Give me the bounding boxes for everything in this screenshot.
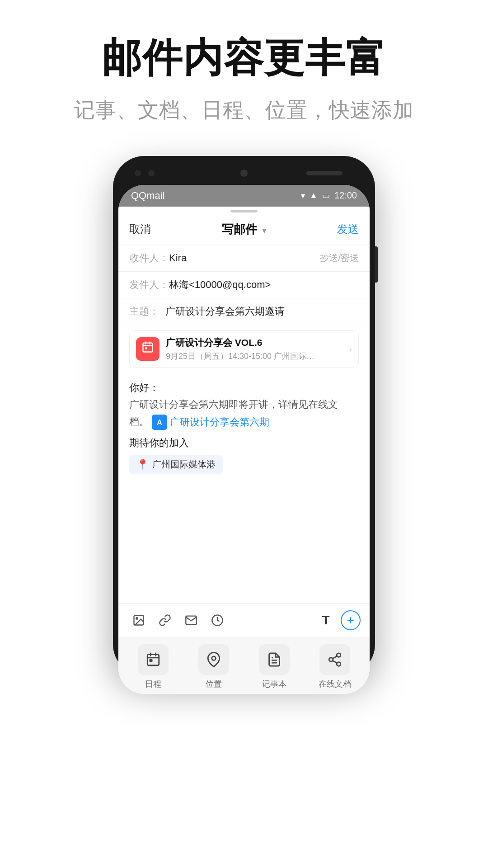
phone-camera (240, 170, 248, 177)
quick-notebook-icon (259, 644, 290, 675)
svg-rect-12 (150, 660, 152, 661)
quick-online-doc-label: 在线文档 (319, 679, 351, 689)
email-compose: 取消 写邮件 ▾ 发送 收件人： Kira 抄送/密送 发件人： 林海<1 (118, 214, 370, 694)
compose-nav: 取消 写邮件 ▾ 发送 (118, 214, 370, 245)
doc-link-text: 广研设计分享会第六期 (170, 414, 269, 430)
body-greeting: 你好： (129, 379, 359, 396)
compose-toolbar: T + (118, 603, 370, 637)
battery-icon: ▭ (322, 191, 330, 201)
quick-notebook-label: 记事本 (262, 679, 286, 689)
compose-title-text: 写邮件 (222, 222, 257, 236)
svg-line-19 (333, 660, 337, 663)
attachment-detail: 9月25日（周五）14:30-15:00 广州国际… (166, 351, 349, 362)
drag-handle (118, 207, 370, 214)
status-app-name: QQmail (131, 190, 165, 202)
phone-mockup: QQmail ▾ ▲ ▭ 12:00 取消 写邮件 (0, 156, 488, 676)
cc-button[interactable]: 抄送/密送 (320, 252, 359, 264)
svg-point-13 (212, 656, 216, 660)
send-button[interactable]: 发送 (337, 222, 359, 236)
subject-field: 主题： 广研设计分享会第六期邀请 (118, 298, 370, 325)
sensor-dot-1 (135, 170, 141, 176)
phone-sensors (135, 170, 155, 176)
phone-speaker (306, 171, 343, 175)
svg-rect-8 (147, 654, 159, 665)
quick-location-icon (198, 644, 229, 675)
signal-icon: ▲ (310, 191, 318, 200)
image-toolbar-icon[interactable] (127, 609, 150, 632)
svg-point-6 (136, 618, 138, 619)
quick-calendar-label: 日程 (145, 679, 161, 689)
envelope-toolbar-icon[interactable] (180, 609, 202, 632)
compose-title: 写邮件 ▾ (222, 222, 266, 237)
page-header: 邮件内容更丰富 记事、文档、日程、位置，快速添加 (0, 0, 488, 142)
text-format-icon[interactable]: T (314, 609, 337, 632)
calendar-icon (136, 337, 160, 361)
svg-point-16 (337, 653, 341, 657)
attachment-info: 广研设计分享会 VOL.6 9月25日（周五）14:30-15:00 广州国际… (166, 336, 349, 362)
quick-calendar-icon (138, 644, 169, 675)
status-time: 12:00 (334, 190, 357, 201)
phone-volume-button (375, 246, 378, 283)
subject-value[interactable]: 广研设计分享会第六期邀请 (165, 305, 359, 318)
clock-toolbar-icon[interactable] (206, 609, 229, 632)
body-line2: 档。 A 广研设计分享会第六期 (129, 413, 359, 431)
svg-rect-0 (143, 343, 153, 352)
body-line1: 广研设计分享会第六期即将开讲，详情见在线文 (129, 396, 359, 413)
quick-action-notebook[interactable]: 记事本 (244, 644, 305, 689)
phone-screen: QQmail ▾ ▲ ▭ 12:00 取消 写邮件 (118, 185, 370, 694)
location-badge[interactable]: 📍 广州国际媒体港 (129, 451, 359, 474)
status-bar: QQmail ▾ ▲ ▭ 12:00 (118, 185, 370, 207)
add-toolbar-button[interactable]: + (341, 610, 361, 630)
sub-title: 记事、文档、日程、位置，快速添加 (27, 96, 461, 124)
wifi-icon: ▾ (301, 191, 305, 201)
quick-action-location[interactable]: 位置 (183, 644, 244, 689)
to-label: 收件人： (129, 251, 169, 265)
cancel-button[interactable]: 取消 (129, 222, 151, 236)
quick-actions-bar: 日程 位置 (118, 637, 370, 694)
svg-point-18 (337, 662, 341, 666)
quick-location-label: 位置 (206, 679, 222, 689)
from-label: 发件人： (129, 278, 169, 292)
svg-line-20 (333, 656, 337, 659)
from-field: 发件人： 林海<10000@qq.com> (118, 272, 370, 298)
calendar-icon-glyph (141, 341, 154, 357)
status-icons: ▾ ▲ ▭ 12:00 (301, 190, 357, 201)
to-value[interactable]: Kira (169, 252, 320, 264)
to-field: 收件人： Kira 抄送/密送 (118, 245, 370, 272)
attachment-arrow-icon: › (349, 344, 352, 354)
svg-rect-4 (145, 347, 147, 349)
doc-icon: A (152, 415, 167, 430)
location-text: 广州国际媒体港 (152, 458, 216, 471)
svg-point-17 (329, 658, 333, 662)
link-toolbar-icon[interactable] (154, 609, 176, 632)
phone-outer: QQmail ▾ ▲ ▭ 12:00 取消 写邮件 (113, 156, 375, 676)
calendar-attachment[interactable]: 广研设计分享会 VOL.6 9月25日（周五）14:30-15:00 广州国际…… (129, 330, 359, 368)
subject-label: 主题： (129, 305, 165, 318)
phone-top-bar (118, 161, 370, 185)
email-body[interactable]: 你好： 广研设计分享会第六期即将开讲，详情见在线文 档。 A 广研设计分享会第六… (118, 373, 370, 603)
doc-link[interactable]: A 广研设计分享会第六期 (152, 414, 269, 430)
location-pin-icon: 📍 (136, 459, 149, 471)
main-title: 邮件内容更丰富 (27, 36, 461, 80)
quick-online-doc-icon (319, 644, 350, 675)
from-value[interactable]: 林海<10000@qq.com> (169, 278, 359, 292)
attachment-title: 广研设计分享会 VOL.6 (166, 336, 349, 349)
drag-handle-bar (230, 210, 258, 212)
compose-dropdown-icon[interactable]: ▾ (262, 226, 266, 235)
quick-action-online-doc[interactable]: 在线文档 (305, 644, 365, 689)
quick-action-calendar[interactable]: 日程 (123, 644, 183, 689)
sensor-dot-2 (148, 170, 155, 176)
body-line3: 期待你的加入 (129, 434, 359, 451)
